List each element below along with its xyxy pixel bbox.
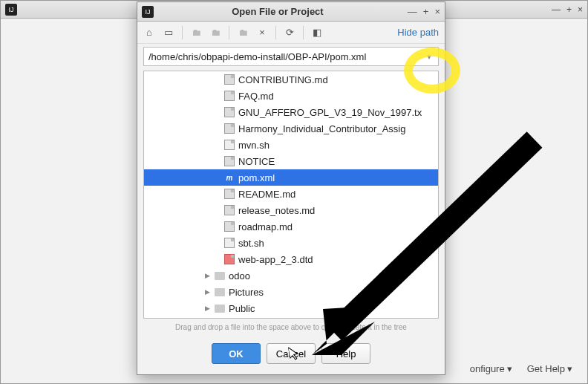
file-name: FAQ.md bbox=[238, 91, 274, 102]
file-row[interactable]: CONTRIBUTING.md bbox=[144, 71, 438, 88]
dtd-file-icon bbox=[224, 254, 235, 264]
dialog-button-bar: OK Cancel Help bbox=[137, 337, 445, 374]
file-row[interactable]: roadmap.md bbox=[144, 218, 438, 235]
cancel-button[interactable]: Cancel bbox=[267, 343, 316, 364]
folder-row[interactable]: ▶odoo bbox=[144, 267, 438, 284]
show-hidden-icon[interactable]: ◧ bbox=[311, 27, 323, 39]
file-row[interactable]: sbt.sh bbox=[144, 235, 438, 251]
file-file-icon bbox=[224, 74, 235, 85]
folder-icon bbox=[215, 305, 225, 313]
file-file-icon bbox=[224, 156, 235, 166]
expand-icon[interactable]: ▶ bbox=[205, 288, 211, 296]
close-icon[interactable]: × bbox=[578, 4, 583, 15]
file-file-icon bbox=[224, 91, 235, 101]
file-name: release_notes.md bbox=[238, 205, 315, 216]
file-name: roadmap.md bbox=[238, 221, 293, 232]
file-row[interactable]: mvn.sh bbox=[144, 137, 438, 153]
file-name: mvn.sh bbox=[238, 140, 270, 151]
file-row[interactable]: README.md bbox=[144, 186, 438, 202]
separator bbox=[303, 26, 304, 39]
ok-button[interactable]: OK bbox=[212, 343, 261, 364]
file-row[interactable]: Harmony_Individual_Contributor_Assig bbox=[144, 120, 438, 137]
intellij-icon: IJ bbox=[142, 6, 154, 18]
separator bbox=[229, 26, 229, 39]
chevron-down-icon: ▾ bbox=[567, 363, 572, 374]
file-row[interactable]: web-app_2_3.dtd bbox=[144, 251, 438, 267]
file-file-icon bbox=[224, 221, 235, 232]
file-name: GNU_AFFERO_GPL_V3_19_Nov_1997.tx bbox=[238, 107, 422, 118]
file-row[interactable]: GNU_AFFERO_GPL_V3_19_Nov_1997.tx bbox=[144, 104, 438, 120]
separator bbox=[275, 26, 276, 39]
folder-icon[interactable]: 🖿 bbox=[209, 27, 221, 39]
chevron-down-icon: ▾ bbox=[507, 363, 512, 374]
path-text: /home/chris/obpapi-demo-install/OBP-API/… bbox=[148, 51, 425, 62]
path-input[interactable]: /home/chris/obpapi-demo-install/OBP-API/… bbox=[143, 47, 439, 66]
folder-row[interactable]: ▶Public bbox=[144, 300, 438, 316]
file-file-icon bbox=[224, 123, 235, 134]
file-name: README.md bbox=[238, 189, 295, 200]
history-dropdown-icon[interactable]: ▾ bbox=[425, 51, 434, 62]
maximize-icon[interactable]: + bbox=[423, 6, 429, 17]
folder-icon bbox=[215, 288, 225, 296]
maximize-icon[interactable]: + bbox=[566, 4, 572, 15]
sh-file-icon bbox=[224, 238, 235, 248]
file-name: web-app_2_3.dtd bbox=[238, 254, 313, 265]
folder-name: Public bbox=[229, 303, 255, 314]
file-name: sbt.sh bbox=[238, 238, 264, 249]
separator bbox=[182, 26, 183, 39]
sh-file-icon bbox=[224, 140, 235, 150]
folder-icon bbox=[215, 272, 225, 280]
delete-icon[interactable]: × bbox=[256, 27, 268, 39]
new-folder-icon[interactable]: 🖿 bbox=[190, 27, 202, 39]
get-help-link[interactable]: Get Help ▾ bbox=[527, 363, 572, 374]
file-file-icon bbox=[224, 205, 235, 215]
close-icon[interactable]: × bbox=[434, 6, 440, 17]
file-name: Harmony_Individual_Contributor_Assig bbox=[238, 123, 405, 134]
hide-path-link[interactable]: Hide path bbox=[397, 27, 439, 38]
open-file-dialog: IJ Open File or Project — + × ⌂ ▭ 🖿 🖿 🖿 … bbox=[137, 1, 445, 375]
folder-name: odoo bbox=[229, 270, 250, 282]
intellij-icon: IJ bbox=[5, 4, 17, 16]
folder-name: Pictures bbox=[229, 287, 264, 298]
desktop-icon[interactable]: ▭ bbox=[163, 27, 174, 39]
dialog-titlebar: IJ Open File or Project — + × bbox=[137, 2, 445, 22]
m-file-icon: m bbox=[224, 172, 235, 183]
file-tree[interactable]: CONTRIBUTING.mdFAQ.mdGNU_AFFERO_GPL_V3_1… bbox=[143, 71, 439, 319]
dialog-window-controls: — + × bbox=[408, 6, 440, 17]
file-name: NOTICE bbox=[238, 156, 275, 167]
file-row[interactable]: release_notes.md bbox=[144, 202, 438, 218]
drag-drop-hint: Drag and drop a file into the space abov… bbox=[143, 323, 439, 331]
background-bottom-links: onfigure ▾ Get Help ▾ bbox=[470, 363, 572, 374]
file-row[interactable]: NOTICE bbox=[144, 153, 438, 169]
expand-icon[interactable]: ▶ bbox=[205, 272, 211, 279]
file-row[interactable]: mpom.xml bbox=[144, 169, 438, 186]
background-window-controls: — + × bbox=[552, 4, 583, 15]
dialog-title: Open File or Project bbox=[160, 6, 408, 17]
refresh-icon[interactable]: ⟳ bbox=[284, 27, 295, 39]
file-name: CONTRIBUTING.md bbox=[238, 74, 328, 85]
home-icon[interactable]: ⌂ bbox=[143, 27, 155, 39]
dialog-toolbar: ⌂ ▭ 🖿 🖿 🖿 × ⟳ ◧ Hide path bbox=[137, 22, 445, 44]
folder-row[interactable]: ▶Pictures bbox=[144, 284, 438, 300]
minimize-icon[interactable]: — bbox=[552, 4, 561, 15]
file-file-icon bbox=[224, 107, 235, 117]
expand-icon[interactable]: ▶ bbox=[205, 305, 211, 312]
file-name: pom.xml bbox=[238, 172, 275, 183]
file-row[interactable]: FAQ.md bbox=[144, 88, 438, 104]
help-button[interactable]: Help bbox=[321, 343, 370, 364]
configure-link[interactable]: onfigure ▾ bbox=[470, 363, 512, 374]
minimize-icon[interactable]: — bbox=[408, 6, 417, 17]
file-file-icon bbox=[224, 189, 235, 199]
folder-icon[interactable]: 🖿 bbox=[237, 27, 249, 39]
